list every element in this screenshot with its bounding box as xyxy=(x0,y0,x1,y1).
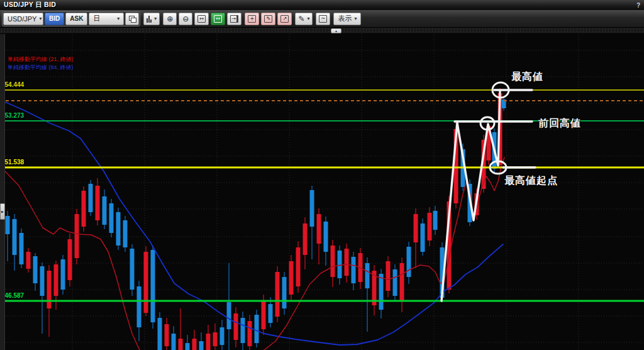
candle-body xyxy=(269,304,273,323)
candle-body xyxy=(414,214,418,242)
pair-dropdown[interactable]: USD/JPY ▾ xyxy=(3,13,43,25)
chevron-down-icon: ▾ xyxy=(39,16,42,21)
candle-body xyxy=(433,211,438,230)
display-dropdown[interactable]: 表示 ▾ xyxy=(333,13,361,25)
candle-body xyxy=(213,332,218,346)
legend-sma-84: 単純移動平均線 (84, 終値) xyxy=(8,64,74,72)
ask-button[interactable]: ASK xyxy=(65,13,87,25)
candle-body xyxy=(352,257,356,283)
fit-width-icon: ↔ xyxy=(197,15,206,23)
candlestick-bars-icon xyxy=(147,15,152,23)
toolbar-collapse-strip: ▲ xyxy=(0,28,644,34)
compare-charts-icon xyxy=(129,16,136,22)
candle-body xyxy=(82,191,86,227)
candle-body xyxy=(282,277,287,308)
gridlines xyxy=(5,34,644,350)
edit-object-icon: ✎ xyxy=(264,15,272,23)
candle-body xyxy=(303,223,308,255)
annotation-highest_origin: 最高値起点 xyxy=(504,174,558,188)
help-icon[interactable]: ? xyxy=(636,2,640,9)
price-chart[interactable] xyxy=(0,34,644,350)
move-object-button[interactable]: ↗ xyxy=(277,13,292,25)
candle-body xyxy=(296,247,301,286)
candle-body xyxy=(262,300,266,329)
candle-body xyxy=(130,249,135,290)
add-object-icon: + xyxy=(248,15,256,23)
candle-body xyxy=(379,274,384,310)
candle-body xyxy=(324,222,328,252)
move-object-icon: ↗ xyxy=(280,15,289,23)
candle-body xyxy=(47,271,52,308)
candle-body xyxy=(151,250,155,322)
candle-body xyxy=(421,223,425,252)
candle-body xyxy=(206,334,211,350)
candle-body xyxy=(75,214,79,258)
left-panel-handle[interactable]: ▶ xyxy=(0,203,5,220)
candle-body xyxy=(365,263,370,288)
compare-button[interactable] xyxy=(125,13,139,25)
pair-label: USD/JPY xyxy=(8,15,36,23)
candle-body xyxy=(61,259,65,290)
candle-body xyxy=(338,251,342,278)
timeframe-dropdown[interactable]: 日 ▾ xyxy=(89,13,124,25)
candles xyxy=(6,88,506,350)
candle-body xyxy=(137,286,142,327)
candle-body xyxy=(310,190,314,227)
candle-body xyxy=(234,313,238,340)
candle-body xyxy=(6,216,10,234)
candle-body xyxy=(19,233,24,264)
chevron-down-icon: ▾ xyxy=(354,16,357,21)
candle-body xyxy=(192,339,197,350)
candle-body xyxy=(96,186,100,220)
scroll-to-end-button[interactable]: → xyxy=(227,13,242,25)
timeframe-label: 日 xyxy=(93,14,100,23)
candle-body xyxy=(165,324,169,346)
candle-body xyxy=(144,252,148,313)
title-bar: USD/JPY 日 BID ? xyxy=(0,0,644,10)
pencil-icon: ✎ xyxy=(298,15,304,23)
display-label: 表示 xyxy=(338,14,352,23)
auto-scale-button[interactable]: ↔ xyxy=(211,13,225,25)
bid-label: BID xyxy=(49,15,60,22)
fit-width-button[interactable]: ↔ xyxy=(194,13,209,25)
candle-body xyxy=(345,249,349,276)
candle-body xyxy=(227,302,231,329)
candle-body xyxy=(68,239,72,280)
candle-body xyxy=(407,247,411,277)
candle-body xyxy=(13,219,17,255)
bid-button[interactable]: BID xyxy=(45,13,64,25)
candle-body xyxy=(400,263,404,301)
annotation-highest: 最高値 xyxy=(511,71,543,84)
scroll-end-icon: → xyxy=(230,15,238,23)
legend-sma-21: 単純移動平均線 (21, 終値) xyxy=(8,55,74,64)
candle-body xyxy=(289,261,294,295)
indicator-icon: ~ xyxy=(319,15,327,23)
chart-type-dropdown[interactable]: ▾ xyxy=(143,13,160,25)
candle-body xyxy=(186,343,190,350)
zoom-out-button[interactable]: ⊖ xyxy=(179,13,192,25)
candle-body xyxy=(158,318,162,350)
candle-body xyxy=(331,246,335,277)
edit-object-button[interactable]: ✎ xyxy=(261,13,275,25)
candle-body xyxy=(109,203,114,233)
left-panel-strip: ▶ xyxy=(0,34,5,350)
chart-window: USD/JPY 日 BID ? USD/JPY ▾ BID ASK 日 ▾ xyxy=(0,0,644,350)
candle-body xyxy=(248,321,252,346)
candle-body xyxy=(54,264,58,296)
zoom-in-button[interactable]: ⊕ xyxy=(163,13,177,25)
indicators-button[interactable]: ~ xyxy=(316,13,330,25)
zoom-out-icon: ⊖ xyxy=(182,15,189,23)
add-object-button[interactable]: + xyxy=(245,13,259,25)
candle-body xyxy=(123,220,128,247)
draw-tools-dropdown[interactable]: ✎ ▾ xyxy=(295,13,313,25)
ask-label: ASK xyxy=(70,15,83,22)
candle-body xyxy=(116,212,121,246)
zoom-in-icon: ⊕ xyxy=(167,15,173,23)
candle-body xyxy=(386,261,391,291)
chevron-down-icon: ▾ xyxy=(117,16,119,21)
toolbar-collapse-handle[interactable]: ▲ xyxy=(331,28,341,33)
candle-body xyxy=(255,315,259,343)
candle-body xyxy=(241,318,245,343)
auto-scale-icon: ↔ xyxy=(214,15,222,23)
candle-body xyxy=(393,269,397,296)
